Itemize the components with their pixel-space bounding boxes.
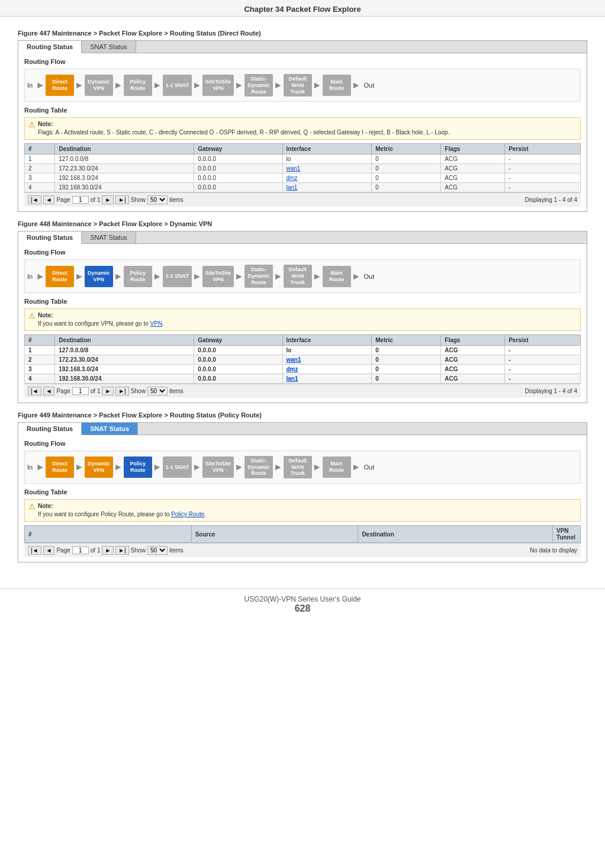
first-page-btn-448[interactable]: |◄ [28,387,41,396]
note-text-447: Note: Flags: A - Activated route, S - St… [38,120,449,137]
flow-arrow-4-447: ► [192,80,202,91]
col-hash-448: # [25,335,55,345]
table-row: 2172.23.30.0/240.0.0.0wan10ACG- [25,355,581,364]
flow-arrow-5-449: ► [234,462,244,472]
routing-table-label-449: Routing Table [24,488,581,496]
flow-box-snat-449[interactable]: 1-1 SNAT [163,456,192,478]
table-row: 1127.0.0.0/80.0.0.0lo0ACG- [25,155,581,164]
flow-box-default-wan-449[interactable]: DefaultWANTrunk [284,456,312,478]
flow-diagram-449: In ► DirectRoute ► DynamicVPN ► PolicyRo… [24,451,581,484]
col-gw-447: Gateway [194,144,282,155]
flow-arrow-0-447: ► [36,80,45,91]
tab-snat-status-449[interactable]: SNAT Status [82,423,138,435]
last-page-btn-447[interactable]: ►| [115,195,129,204]
policy-route-link-449[interactable]: Policy Route [171,511,204,517]
col-hash-447: # [25,144,55,155]
page-input-447[interactable] [72,196,89,204]
show-select-447[interactable]: 50 [147,195,168,204]
table-row: 3192.168.3.0/240.0.0.0dmz0ACG- [25,364,581,374]
flow-box-dynamic-vpn-447[interactable]: DynamicVPN [85,75,113,96]
last-page-btn-449[interactable]: ►| [115,546,129,555]
flow-box-snat-447[interactable]: 1-1 SNAT [163,75,192,96]
flow-arrow-6-448: ► [273,271,283,282]
last-page-btn-448[interactable]: ►| [115,387,129,396]
routing-flow-label-449: Routing Flow [24,440,581,447]
flow-box-default-wan-448[interactable]: DefaultWANTrunk [284,265,312,287]
col-hash-449: # [25,526,192,543]
flow-box-main-route-447[interactable]: MainRoute [323,75,351,96]
first-page-btn-447[interactable]: |◄ [28,195,41,204]
routing-flow-label-448: Routing Flow [24,249,581,256]
tab-snat-status-448[interactable]: SNAT Status [82,232,136,243]
table-row: 3192.168.3.0/240.0.0.0dmz0ACG- [25,173,581,183]
next-page-btn-449[interactable]: ► [102,546,114,555]
table-row: 4192.168.30.0/240.0.0.0lan10ACG- [25,183,581,192]
flow-box-snat-448[interactable]: 1-1 SNAT [163,266,192,287]
tab-bar-447: Routing Status SNAT Status [18,41,587,53]
flow-box-policy-route-447[interactable]: PolicyRoute [124,75,152,96]
flow-arrow-6-447: ► [273,80,283,91]
flow-box-main-route-448[interactable]: MainRoute [323,266,351,287]
flow-box-direct-route-447[interactable]: DirectRoute [46,75,74,96]
flow-box-default-wan-447[interactable]: DefaultWANTrunk [284,74,312,97]
flow-arrow-8-449: ► [352,462,361,472]
col-dest-448: Destination [55,335,194,345]
next-page-btn-448[interactable]: ► [102,387,114,396]
col-metric-448: Metric [372,335,441,345]
flow-diagram-448: In ► DirectRoute ► DynamicVPN ► PolicyRo… [24,259,581,292]
show-select-448[interactable]: 50 [147,387,168,396]
col-flags-448: Flags [441,335,505,345]
flow-box-policy-route-449[interactable]: PolicyRoute [124,456,152,478]
tab-routing-status-448[interactable]: Routing Status [18,232,82,244]
tab-routing-status-447[interactable]: Routing Status [18,41,82,53]
tab-snat-status-447[interactable]: SNAT Status [82,41,136,53]
page-nav-449[interactable]: |◄ ◄ Page of 1 ► ►| Show 50 items [28,546,184,555]
first-page-btn-449[interactable]: |◄ [28,546,41,555]
routing-table-label-447: Routing Table [24,107,581,114]
prev-page-btn-448[interactable]: ◄ [43,387,55,396]
page-nav-448[interactable]: |◄ ◄ Page of 1 ► ►| Show 50 items [28,387,184,396]
flow-box-static-447[interactable]: Static-DynamicRoute [244,74,273,97]
flow-box-sitetovpn-448[interactable]: SiteToSiteVPN [202,266,234,287]
flow-box-static-449[interactable]: Static-DynamicRoute [244,456,273,478]
flow-arrow-4-448: ► [192,271,202,282]
flow-box-sitetovpn-449[interactable]: SiteToSiteVPN [202,456,234,478]
flow-box-direct-route-449[interactable]: DirectRoute [46,456,74,478]
note-icon-448: ⚠ [28,311,36,320]
flow-box-dynamic-vpn-448[interactable]: DynamicVPN [85,266,113,287]
flow-box-dynamic-vpn-449[interactable]: DynamicVPN [85,456,113,478]
flow-arrow-3-449: ► [153,462,162,472]
flow-arrow-5-447: ► [234,80,244,91]
next-page-btn-447[interactable]: ► [102,195,114,204]
page-input-448[interactable] [72,387,89,395]
prev-page-btn-449[interactable]: ◄ [43,546,55,555]
prev-page-btn-447[interactable]: ◄ [43,195,55,204]
col-persist-448: Persist [505,335,581,345]
tab-routing-status-449[interactable]: Routing Status [18,423,82,435]
flow-arrow-2-447: ► [114,80,123,91]
show-select-449[interactable]: 50 [147,546,168,555]
flow-arrow-7-449: ► [313,462,322,472]
flow-out-label-449: Out [363,464,374,471]
routing-table-448: # Destination Gateway Interface Metric F… [24,335,581,384]
flow-box-direct-route-448[interactable]: DirectRoute [46,266,74,287]
note-box-449: ⚠ Note: If you want to configure Policy … [24,499,581,522]
vpn-link-448[interactable]: VPN [150,320,163,327]
flow-box-static-448[interactable]: Static-DynamicRoute [244,265,273,287]
routing-flow-label-447: Routing Flow [24,58,581,65]
flow-box-sitetovpn-447[interactable]: SiteToSiteVPN [202,75,234,96]
display-count-449: No data to display [530,547,577,554]
note-text-448: Note: If you want to configure VPN, plea… [38,311,164,328]
flow-arrow-5-448: ► [234,271,244,282]
flow-arrow-7-448: ► [313,271,322,282]
routing-table-449: # Source Destination VPN Tunnel [24,525,581,543]
col-gw-448: Gateway [194,335,282,345]
figure-448-caption: Figure 448 Maintenance > Packet Flow Exp… [18,220,587,227]
flow-box-main-route-449[interactable]: MainRoute [323,456,351,478]
flow-box-policy-route-448[interactable]: PolicyRoute [124,266,152,287]
page-input-449[interactable] [72,546,89,554]
page-nav-447[interactable]: |◄ ◄ Page of 1 ► ►| Show 50 items [28,195,184,204]
display-count-448: Displaying 1 - 4 of 4 [525,388,577,394]
table-row: 4192.168.30.0/240.0.0.0lan10ACG- [25,374,581,383]
tab-bar-448: Routing Status SNAT Status [18,232,587,244]
